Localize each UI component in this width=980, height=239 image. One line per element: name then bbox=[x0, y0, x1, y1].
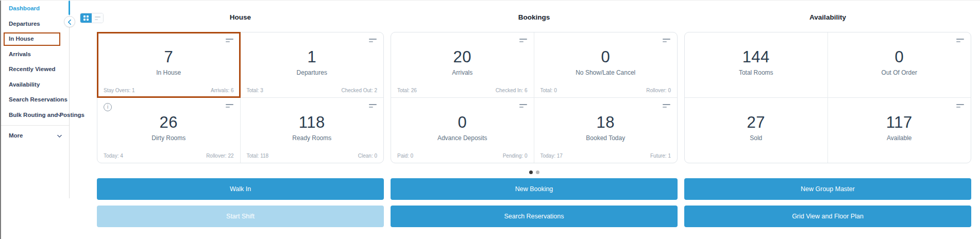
bookings-panel: 20 Arrivals Total: 26 Checked In: 6 0 No… bbox=[391, 32, 678, 163]
carousel-dot[interactable] bbox=[536, 170, 539, 174]
sidebar-item-search-reservations[interactable]: Search Reservations bbox=[1, 92, 69, 108]
stat-card-dirty-rooms[interactable]: 26 Dirty Rooms Today: 4 Rollover: 22 bbox=[97, 98, 241, 163]
menu-icon[interactable] bbox=[519, 104, 527, 108]
stat-card-booked-today[interactable]: 18 Booked Today Today: 17 Future: 1 bbox=[534, 98, 678, 163]
stat-label: Sold bbox=[685, 134, 827, 142]
stat-footer-left: Total: 26 bbox=[397, 88, 417, 93]
menu-icon[interactable] bbox=[226, 39, 233, 42]
stat-label: Dirty Rooms bbox=[97, 134, 240, 142]
start-shift-button[interactable]: Start Shift bbox=[97, 206, 384, 227]
stat-card-in-house[interactable]: 7 In House Stay Overs: 1 Arrivals: 6 bbox=[97, 32, 241, 98]
stat-value: 144 bbox=[685, 48, 827, 66]
stat-footer-right: Checked Out: 2 bbox=[342, 88, 377, 93]
stat-footer-left: Total: 0 bbox=[540, 88, 557, 93]
stat-footer-left: Total: 3 bbox=[247, 88, 263, 93]
stat-label: Available bbox=[828, 134, 971, 142]
stat-footer: Paid: 0 Pending: 0 bbox=[397, 153, 528, 159]
sidebar-item-departures[interactable]: Departures bbox=[1, 16, 69, 32]
stat-footer-right: Future: 1 bbox=[650, 153, 671, 159]
sidebar-item-more[interactable]: More bbox=[1, 128, 69, 144]
walk-in-button[interactable]: Walk In bbox=[97, 178, 384, 200]
stat-value: 27 bbox=[685, 113, 827, 132]
grid-view-button[interactable] bbox=[80, 13, 92, 23]
search-reservations-button[interactable]: Search Reservations bbox=[391, 206, 678, 227]
stat-footer-right: Checked In: 6 bbox=[496, 88, 528, 93]
sidebar: Dashboard Departures In House Arrivals R… bbox=[1, 1, 70, 198]
stat-value: 117 bbox=[828, 113, 971, 132]
stat-label: Total Rooms bbox=[685, 69, 827, 76]
stat-footer-right: Rollover: 0 bbox=[646, 88, 671, 93]
stat-footer-right: Clean: 0 bbox=[358, 153, 377, 159]
stat-value: 20 bbox=[391, 48, 534, 66]
availability-panel: 144 Total Rooms 0 Out Of Order 27 Sold 1… bbox=[684, 32, 971, 163]
sidebar-item-recently-viewed[interactable]: Recently Viewed bbox=[1, 62, 69, 77]
stat-card-arrivals[interactable]: 20 Arrivals Total: 26 Checked In: 6 bbox=[391, 32, 534, 98]
stat-card-out-of-order[interactable]: 0 Out Of Order bbox=[828, 32, 971, 98]
stat-label: No Show/Late Cancel bbox=[534, 69, 678, 76]
house-panel: 7 In House Stay Overs: 1 Arrivals: 6 1 D… bbox=[97, 32, 384, 163]
dashboard-page: Dashboard Departures In House Arrivals R… bbox=[0, 0, 980, 239]
stat-card-advance-deposits[interactable]: 0 Advance Deposits Paid: 0 Pending: 0 bbox=[391, 98, 534, 163]
stat-label: Out Of Order bbox=[828, 69, 971, 76]
menu-icon[interactable] bbox=[956, 104, 964, 108]
stat-label: Arrivals bbox=[391, 69, 534, 76]
stat-value: 0 bbox=[534, 48, 678, 66]
collapse-sidebar-button[interactable] bbox=[64, 16, 75, 27]
sidebar-divider bbox=[1, 125, 69, 126]
stat-card-total-rooms[interactable]: 144 Total Rooms bbox=[685, 32, 828, 98]
section-title-bookings: Bookings bbox=[391, 13, 678, 21]
stat-card-available[interactable]: 117 Available bbox=[828, 98, 971, 163]
stat-card-sold[interactable]: 27 Sold bbox=[685, 98, 828, 163]
sidebar-item-label: Bulk Routing and Postings bbox=[9, 112, 85, 118]
stat-label: Booked Today bbox=[534, 134, 678, 142]
stat-card-departures[interactable]: 1 Departures Total: 3 Checked Out: 2 bbox=[241, 32, 384, 98]
stat-footer: Today: 4 Rollover: 22 bbox=[104, 153, 234, 159]
stat-label: Departures bbox=[241, 69, 384, 76]
stat-footer: Today: 17 Future: 1 bbox=[540, 153, 671, 159]
new-booking-button[interactable]: New Booking bbox=[391, 178, 678, 200]
stat-value: 18 bbox=[534, 113, 678, 132]
sidebar-item-bulk-routing[interactable]: Bulk Routing and Postings bbox=[1, 108, 69, 123]
grid-view-floor-plan-button[interactable]: Grid View and Floor Plan bbox=[684, 206, 971, 227]
stat-footer: Total: 0 Rollover: 0 bbox=[540, 88, 671, 93]
stat-value: 1 bbox=[241, 48, 384, 66]
sidebar-item-label: More bbox=[9, 132, 23, 139]
new-group-master-button[interactable]: New Group Master bbox=[684, 178, 971, 200]
menu-icon[interactable] bbox=[226, 104, 233, 108]
stat-label: Advance Deposits bbox=[391, 134, 534, 142]
stat-value: 118 bbox=[241, 113, 384, 132]
menu-icon[interactable] bbox=[663, 39, 670, 42]
stat-footer: Total: 26 Checked In: 6 bbox=[397, 88, 528, 93]
menu-icon[interactable] bbox=[519, 39, 527, 42]
menu-icon[interactable] bbox=[956, 39, 964, 42]
stat-footer-right: Pending: 0 bbox=[503, 153, 528, 159]
stat-value: 7 bbox=[97, 48, 240, 66]
stat-footer-left: Stay Overs: 1 bbox=[104, 88, 135, 93]
sidebar-item-arrivals[interactable]: Arrivals bbox=[1, 47, 69, 62]
sidebar-item-availability[interactable]: Availability bbox=[1, 77, 69, 93]
menu-icon[interactable] bbox=[369, 104, 377, 108]
carousel-dots bbox=[391, 170, 678, 174]
stat-label: In House bbox=[97, 69, 240, 76]
section-title-house: House bbox=[97, 13, 384, 21]
info-icon[interactable] bbox=[104, 103, 112, 111]
sidebar-item-dashboard[interactable]: Dashboard bbox=[1, 1, 69, 16]
stat-footer-right: Rollover: 22 bbox=[206, 153, 233, 159]
menu-icon[interactable] bbox=[663, 104, 670, 108]
stat-label: Ready Rooms bbox=[241, 134, 384, 142]
sidebar-item-in-house[interactable]: In House bbox=[1, 31, 69, 47]
stat-footer-left: Total: 118 bbox=[247, 153, 269, 159]
stat-footer-left: Today: 17 bbox=[540, 153, 563, 159]
menu-icon[interactable] bbox=[369, 39, 377, 42]
stat-footer: Total: 3 Checked Out: 2 bbox=[247, 88, 378, 93]
section-title-availability: Availability bbox=[684, 13, 971, 21]
stat-value: 26 bbox=[97, 113, 240, 132]
stat-footer-right: Arrivals: 6 bbox=[211, 88, 233, 93]
stat-value: 0 bbox=[391, 113, 534, 132]
stat-card-no-show-late-cancel[interactable]: 0 No Show/Late Cancel Total: 0 Rollover:… bbox=[534, 32, 678, 98]
chevron-down-icon bbox=[57, 132, 62, 138]
grid-view-icon bbox=[83, 15, 86, 18]
stat-footer-left: Today: 4 bbox=[104, 153, 123, 159]
stat-card-ready-rooms[interactable]: 118 Ready Rooms Total: 118 Clean: 0 bbox=[241, 98, 384, 163]
carousel-dot-active[interactable] bbox=[529, 170, 533, 174]
